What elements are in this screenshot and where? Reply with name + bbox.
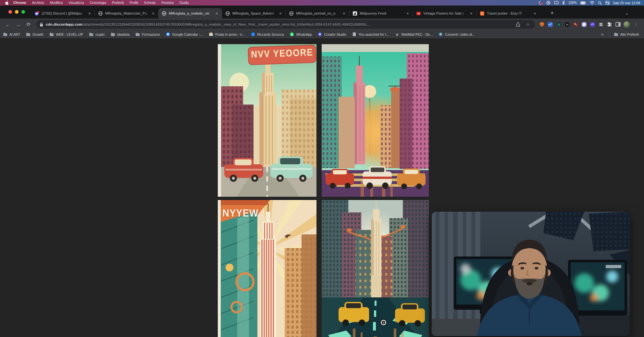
share-icon[interactable] (514, 20, 522, 28)
poster-new-york-taxi-avenue[interactable] (322, 200, 429, 337)
tab-label: MRregista_Watercolor_Pa (105, 11, 151, 15)
bookmark-label: Growth (32, 32, 43, 36)
record-icon[interactable] (546, 1, 551, 5)
bookmark-gmail-inbox[interactable]: Posta in arrivo - ri... (206, 31, 248, 38)
tabs: (2765) Discord | @Midjou ✕ MRregista_Wat… (31, 8, 540, 19)
bookmark-whatsapp[interactable]: WhatsApp (287, 31, 315, 38)
black-circle-extension-icon[interactable]: H (564, 21, 570, 28)
key-extension-icon[interactable] (573, 21, 579, 28)
tab-label: Midjourney Feed (360, 11, 405, 15)
spotlight-icon[interactable] (598, 1, 602, 5)
control-center-icon[interactable] (605, 1, 610, 5)
tab-close-icon[interactable]: ✕ (405, 11, 410, 16)
address-bar[interactable]: cdn.discordapp.com/attachments/101351233… (36, 20, 535, 29)
green-n-extension-icon[interactable]: N (556, 21, 562, 28)
tab-mrregista-watercolor[interactable]: MRregista_Watercolor_Pa ✕ (95, 8, 158, 19)
tab-mrregista-space[interactable]: MRregista_Space_Advent ✕ (222, 8, 286, 19)
close-window-button[interactable] (8, 10, 12, 14)
tab-close-icon[interactable]: ✕ (214, 11, 219, 16)
tab-close-icon[interactable]: ✕ (278, 11, 283, 16)
tab-close-icon[interactable]: ✕ (151, 11, 156, 16)
menu-preferiti[interactable]: Preferiti (109, 0, 127, 6)
tab-close-icon[interactable]: ✕ (469, 11, 474, 16)
profile-avatar[interactable] (623, 21, 630, 28)
fullscreen-window-button[interactable] (21, 10, 25, 14)
bookmarks-overflow-chevron[interactable]: » (598, 32, 607, 37)
tab-close-icon[interactable]: ✕ (341, 11, 347, 16)
tab-close-icon[interactable]: ✕ (87, 11, 92, 16)
menu-chrome[interactable]: Chrome (10, 0, 29, 6)
tab-label: MRregista_portrait_on_a (296, 11, 341, 15)
bookmark-star-icon[interactable]: ☆ (524, 20, 532, 28)
tab-vintage-posters[interactable]: Vintage Posters for Sale | ✕ (413, 8, 477, 19)
apple-icon[interactable] (3, 1, 10, 5)
screen-mirroring-icon[interactable] (554, 1, 559, 5)
tab-close-icon[interactable]: ✕ (532, 11, 538, 16)
bookmark-folder-web-level-up[interactable]: WEB - LEVEL-UP (46, 31, 86, 38)
tab-midjourney-feed[interactable]: Midjourney Feed ✕ (349, 8, 413, 19)
menu-modifica[interactable]: Modifica (47, 0, 66, 6)
bluetooth-icon[interactable] (562, 1, 565, 5)
gmail-favicon-icon (209, 32, 213, 37)
reload-icon[interactable]: ⟳ (24, 20, 33, 29)
poster-new-york-sunset-avenue[interactable] (322, 44, 429, 197)
bookmark-converti-video[interactable]: Converti i video di... (436, 31, 478, 38)
bookmark-folder-ai-art[interactable]: AI ART (0, 31, 23, 38)
extensions-row: N H ⋮ (539, 21, 639, 28)
back-icon[interactable]: ← (3, 20, 12, 29)
chrome-menu-icon[interactable]: ⋮ (632, 22, 639, 27)
extensions-puzzle-icon[interactable] (606, 21, 613, 28)
bookmark-facebook-riccardo[interactable]: f Riccardo Scrocca (248, 31, 287, 38)
screen: Chrome Archivio Modifica Visualizza Cron… (0, 0, 644, 337)
metamask-extension-icon[interactable] (539, 21, 545, 28)
new-tab-button[interactable]: + (548, 9, 556, 17)
menu-cronologia[interactable]: Cronologia (87, 0, 109, 6)
side-panel-icon[interactable] (615, 21, 621, 28)
wifi-icon[interactable] (590, 1, 594, 5)
vintage-favicon-icon (416, 11, 421, 16)
tab-search-chevron-icon[interactable]: ⌄ (623, 9, 631, 17)
menu-finestra[interactable]: Finestra (158, 0, 177, 6)
bookmark-folder-altri-preferiti[interactable]: Altri Preferiti (611, 31, 644, 38)
bookmark-creator-studio[interactable]: Creator Studio (315, 31, 349, 38)
tab-discord[interactable]: (2765) Discord | @Midjou ✕ (31, 8, 95, 19)
bookmarks-divider (609, 32, 609, 37)
bookmark-google-calendar[interactable]: 31 Google Calendar -... (163, 31, 206, 38)
menu-visualizza[interactable]: Visualizza (66, 0, 87, 6)
bookmark-webmail-pec[interactable]: @ WebMail PEC - De... (392, 31, 436, 38)
blue-wave-extension-icon[interactable] (547, 21, 553, 28)
forward-icon[interactable]: → (14, 20, 23, 29)
midjourney-image-grid[interactable]: NVV YEOORE (218, 44, 429, 337)
menu-bar-status: 100% Sab 25 mar 12:08 (539, 1, 644, 5)
tab-etsy-travel-poster[interactable]: E Travel poster - Etsy IT ✕ (477, 8, 540, 19)
etsy-favicon-icon: E (480, 11, 485, 16)
bookmark-label: Posta in arrivo - ri... (215, 32, 245, 36)
webcam-overlay (432, 212, 630, 336)
bookmark-label: Altri Preferiti (620, 32, 639, 36)
update-badge-icon[interactable] (539, 1, 543, 5)
bookmark-folder-growth[interactable]: Growth (23, 31, 46, 38)
menu-guida[interactable]: Guida (177, 0, 192, 6)
poster-nyyew-sunburst[interactable]: NYYEW (218, 200, 316, 337)
bookmark-folder-crypto[interactable]: crypto (86, 31, 108, 38)
purple-swirl-extension-icon[interactable] (589, 21, 596, 28)
tab-mrregista-portrait[interactable]: MRregista_portrait_on_a ✕ (286, 8, 349, 19)
menu-scheda[interactable]: Scheda (141, 0, 159, 6)
globe-favicon-icon (98, 11, 103, 16)
menu-bar-clock[interactable]: Sab 25 mar 12:08 (613, 1, 640, 5)
bookmark-label: Google Calendar -... (172, 32, 203, 36)
bookmark-folder-formazione[interactable]: Formazione (132, 31, 163, 38)
phantom-ghost-extension-icon[interactable] (581, 21, 587, 28)
battery-icon[interactable] (580, 1, 586, 5)
tab-mrregista-a-realistic-active[interactable]: MRregista_a_realistic_vie ✕ (158, 8, 222, 19)
grid-extension-icon[interactable] (598, 21, 604, 28)
bookmark-you-searched[interactable]: You searched for I... (349, 31, 392, 38)
menu-archivio[interactable]: Archivio (29, 0, 47, 6)
bookmark-label: You searched for I... (359, 32, 389, 36)
converter-favicon-icon (439, 32, 443, 37)
minimize-window-button[interactable] (15, 10, 19, 14)
poster-new-york-retro-street[interactable]: NVV YEOORE (218, 44, 316, 197)
bookmark-folder-idealista[interactable]: idealista (108, 31, 133, 38)
bookmark-label: Formazione (142, 32, 160, 36)
menu-profili[interactable]: Profili (127, 0, 141, 6)
